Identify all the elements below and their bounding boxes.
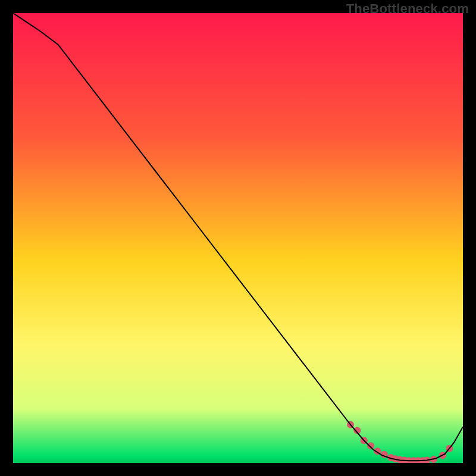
chart-frame: TheBottleneck.com [0, 0, 476, 476]
plot-area [13, 13, 463, 463]
chart-background [13, 13, 463, 463]
highlight-point [367, 442, 374, 449]
chart-svg [13, 13, 463, 463]
